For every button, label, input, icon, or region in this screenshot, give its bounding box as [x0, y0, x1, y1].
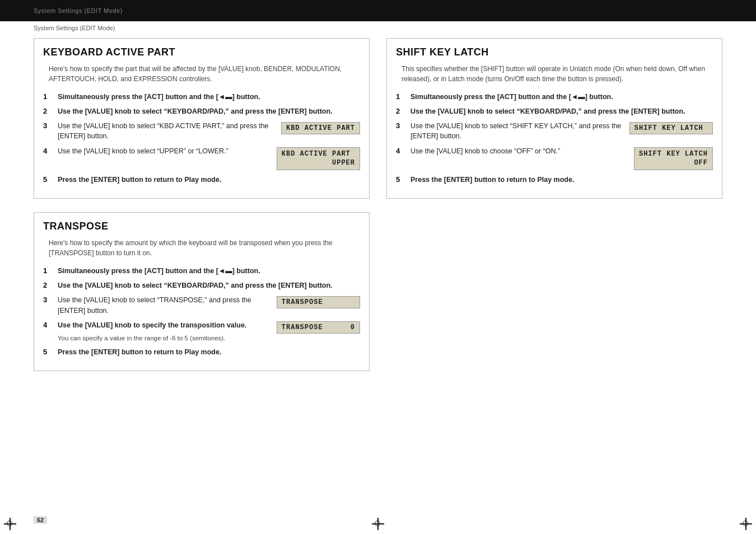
- step-num: 5: [43, 175, 52, 184]
- page-number: 62: [34, 516, 47, 524]
- step-kap-2: 2 Use the [VALUE] knob to select “KEYBOA…: [43, 106, 360, 116]
- step-text: Use the [VALUE] knob to select “SHIFT KE…: [410, 121, 624, 141]
- step-text: Press the [ENTER] button to return to Pl…: [410, 175, 713, 185]
- step-num: 2: [43, 280, 52, 289]
- main-content: KEYBOARD ACTIVE PART Here's how to speci…: [34, 38, 722, 506]
- step-num: 1: [396, 92, 405, 101]
- right-column: SHIFT KEY LATCH This specifies whether t…: [386, 38, 722, 506]
- step-skl-2: 2 Use the [VALUE] knob to select “KEYBOA…: [396, 106, 713, 116]
- step-num: 1: [43, 266, 52, 275]
- step-num: 5: [396, 175, 405, 184]
- top-bar-text: System Settings (EDIT Mode): [34, 7, 123, 14]
- step-tr-1: 1 Simultaneously press the [ACT] button …: [43, 266, 360, 276]
- transpose-desc: Here's how to specify the amount by whic…: [43, 238, 360, 258]
- step-tr-4: 4 Use the [VALUE] knob to specify the tr…: [43, 320, 360, 343]
- step-num: 4: [43, 320, 52, 329]
- keyboard-active-part-section: KEYBOARD ACTIVE PART Here's how to speci…: [34, 38, 370, 199]
- keyboard-active-part-steps: 1 Simultaneously press the [ACT] button …: [43, 92, 360, 185]
- step-num: 4: [396, 146, 405, 155]
- step-num: 2: [43, 106, 52, 115]
- transpose-steps: 1 Simultaneously press the [ACT] button …: [43, 266, 360, 357]
- shift-key-latch-section: SHIFT KEY LATCH This specifies whether t…: [386, 38, 722, 199]
- shift-key-latch-desc: This specifies whether the [SHIFT] butto…: [396, 64, 713, 84]
- step-skl-3: 3 Use the [VALUE] knob to select “SHIFT …: [396, 121, 713, 141]
- step-num: 3: [43, 121, 52, 130]
- keyboard-active-part-desc: Here's how to specify the part that will…: [43, 64, 360, 84]
- lcd-kap-4: KBD ACTIVE PART UPPER: [277, 147, 360, 171]
- step-text: Use the [VALUE] knob to select “KBD ACTI…: [58, 121, 276, 141]
- step-text: Use the [VALUE] knob to select “KEYBOARD…: [58, 280, 360, 291]
- corner-mark-bl: [4, 518, 16, 530]
- step-kap-5: 5 Press the [ENTER] button to return to …: [43, 175, 360, 185]
- lcd-tr-3: TRANSPOSE: [277, 296, 360, 308]
- step-note: You can specify a value in the range of …: [58, 334, 271, 343]
- step-tr-5: 5 Press the [ENTER] button to return to …: [43, 347, 360, 357]
- corner-mark-br: [740, 518, 752, 530]
- corner-mark-tc: [372, 4, 384, 16]
- step-text: Use the [VALUE] knob to choose “OFF” or …: [410, 146, 628, 156]
- step-kap-3: 3 Use the [VALUE] knob to select “KBD AC…: [43, 121, 360, 141]
- step-text: Use the [VALUE] knob to select “KEYBOARD…: [58, 106, 360, 116]
- step-tr-3: 3 Use the [VALUE] knob to select “TRANSP…: [43, 295, 360, 315]
- corner-mark-bc: [372, 518, 384, 530]
- shift-key-latch-steps: 1 Simultaneously press the [ACT] button …: [396, 92, 713, 185]
- step-text: Use the [VALUE] knob to select “UPPER” o…: [58, 146, 271, 156]
- transpose-section: TRANSPOSE Here's how to specify the amou…: [34, 212, 370, 371]
- step-text: Simultaneously press the [ACT] button an…: [58, 266, 360, 276]
- step-text: Use the [VALUE] knob to select “KEYBOARD…: [410, 106, 713, 116]
- step-text: Press the [ENTER] button to return to Pl…: [58, 347, 360, 357]
- shift-key-latch-title: SHIFT KEY LATCH: [396, 46, 713, 58]
- lcd-skl-3: SHIFT KEY LATCH: [629, 122, 713, 134]
- step-text: Use the [VALUE] knob to select “TRANSPOS…: [58, 295, 271, 315]
- step-text: Press the [ENTER] button to return to Pl…: [58, 175, 360, 185]
- step-skl-1: 1 Simultaneously press the [ACT] button …: [396, 92, 713, 102]
- step-skl-5: 5 Press the [ENTER] button to return to …: [396, 175, 713, 185]
- step-num: 1: [43, 92, 52, 101]
- step-skl-4: 4 Use the [VALUE] knob to choose “OFF” o…: [396, 146, 713, 171]
- transpose-title: TRANSPOSE: [43, 221, 360, 232]
- step-text: Simultaneously press the [ACT] button an…: [58, 92, 360, 102]
- corner-mark-tl: [4, 4, 16, 16]
- lcd-skl-4: SHIFT KEY LATCH OFF: [634, 147, 713, 171]
- step-num: 5: [43, 347, 52, 356]
- step-text: Simultaneously press the [ACT] button an…: [410, 92, 713, 102]
- step-kap-1: 1 Simultaneously press the [ACT] button …: [43, 92, 360, 102]
- step-num: 2: [396, 106, 405, 115]
- step-num: 4: [43, 146, 52, 155]
- step-kap-4: 4 Use the [VALUE] knob to select “UPPER”…: [43, 146, 360, 171]
- left-column: KEYBOARD ACTIVE PART Here's how to speci…: [34, 38, 370, 506]
- breadcrumb: System Settings (EDIT Mode): [34, 25, 115, 31]
- lcd-kap-3: KBD ACTIVE PART: [281, 122, 360, 134]
- corner-mark-tr: [740, 4, 752, 16]
- step-tr-2: 2 Use the [VALUE] knob to select “KEYBOA…: [43, 280, 360, 291]
- step-text: Use the [VALUE] knob to specify the tran…: [58, 320, 271, 330]
- step-num: 3: [396, 121, 405, 130]
- lcd-tr-4: TRANSPOSE 0: [277, 321, 360, 334]
- step-num: 3: [43, 295, 52, 304]
- keyboard-active-part-title: KEYBOARD ACTIVE PART: [43, 46, 360, 58]
